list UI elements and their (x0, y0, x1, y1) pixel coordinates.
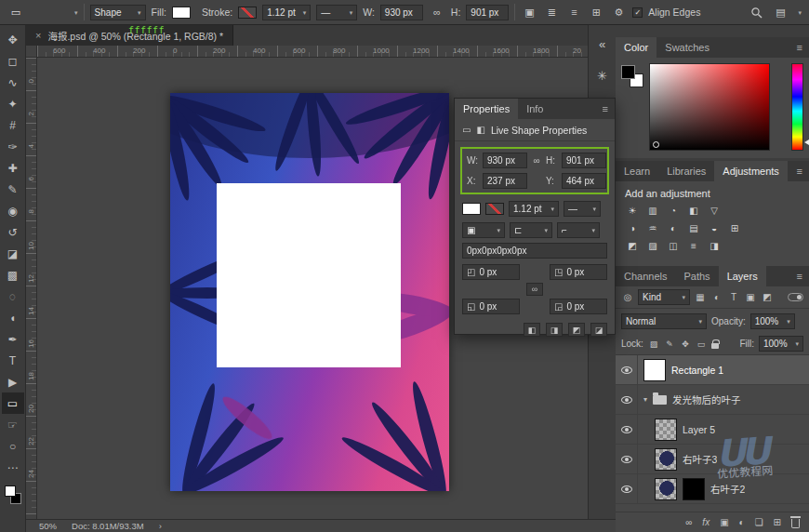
path-arrangement-icon[interactable]: ≡ (565, 4, 582, 20)
zoom-tool-button[interactable]: ○ (2, 435, 24, 457)
adjustment-icon[interactable]: ◐ (666, 221, 681, 235)
add-mask-icon[interactable]: ▣ (720, 517, 728, 527)
panel-menu-icon[interactable]: ≡ (596, 99, 615, 119)
lock-position-icon[interactable]: ✥ (680, 339, 691, 349)
layer-row[interactable]: 右叶子3 (616, 445, 809, 474)
tab-layers[interactable]: Layers (719, 266, 766, 286)
filter-type-icon[interactable]: ◎ (621, 292, 634, 302)
tab-properties[interactable]: Properties (455, 99, 518, 119)
lock-artboard-icon[interactable]: ▭ (696, 339, 707, 349)
adjustment-icon[interactable]: ▥ (645, 204, 660, 218)
layer-name[interactable]: Layer 5 (683, 424, 715, 435)
pathfinder-button[interactable]: ◩ (568, 323, 585, 337)
type-tool-button[interactable]: T (2, 350, 24, 371)
adjustment-icon[interactable]: ≡ (686, 239, 701, 253)
adjustment-icon[interactable]: ☀ (625, 204, 640, 218)
rectangle-tool-button[interactable]: ▭ (2, 392, 24, 414)
h-input[interactable]: 901 px (562, 153, 606, 168)
quick-selection-tool-button[interactable]: ✦ (2, 93, 24, 114)
adjustment-icon[interactable]: ◨ (707, 239, 722, 253)
filter-type-layer-icon[interactable]: T (727, 292, 740, 302)
foreground-color-swatch[interactable] (621, 65, 635, 79)
horizontal-ruler[interactable]: 600 400 200 0 200 400 600 800 1000 1200 … (37, 46, 588, 58)
opacity-select[interactable]: 100% ▾ (750, 313, 795, 329)
brush-tool-button[interactable]: ✎ (2, 179, 24, 200)
tab-libraries[interactable]: Libraries (658, 161, 714, 181)
panel-menu-icon[interactable]: ≡ (790, 266, 809, 286)
adjustment-icon[interactable]: ▽ (707, 204, 722, 218)
path-alignment-icon[interactable]: ≣ (543, 4, 560, 20)
adjustment-icon[interactable]: ◫ (666, 239, 681, 253)
stroke-caps-select[interactable]: ⊏ ▾ (510, 222, 552, 238)
lasso-tool-button[interactable]: ∿ (2, 72, 24, 93)
link-dimensions-icon[interactable]: ∞ (531, 155, 542, 166)
stroke-style-select[interactable]: — ▾ (564, 201, 601, 217)
edit-toolbar-button[interactable]: ⋯ (2, 457, 24, 478)
stroke-width-select[interactable]: 1.12 pt ▾ (509, 201, 559, 217)
stroke-swatch[interactable] (485, 203, 504, 215)
adjustment-icon[interactable]: ♒ (645, 221, 660, 235)
hand-tool-button[interactable]: ☞ (2, 414, 24, 435)
shape-options-icon[interactable]: ⊞ (588, 4, 604, 20)
close-icon[interactable]: × (35, 30, 41, 41)
visibility-toggle[interactable] (616, 474, 638, 503)
layer-thumbnail[interactable] (655, 478, 677, 500)
zoom-level[interactable]: 50% (39, 521, 57, 531)
filter-pixel-icon[interactable]: ▦ (694, 292, 707, 302)
history-brush-tool-button[interactable]: ↺ (2, 221, 24, 243)
healing-brush-tool-button[interactable]: ✚ (2, 157, 24, 179)
adjustment-icon[interactable]: ◒ (707, 221, 722, 235)
pathfinder-button[interactable]: ◪ (590, 323, 607, 337)
layer-name[interactable]: Rectangle 1 (671, 365, 723, 376)
filter-shape-icon[interactable]: ▣ (744, 292, 757, 302)
tool-mode-select[interactable]: Shape ▾ (90, 5, 146, 20)
link-corners-icon[interactable]: ∞ (526, 283, 543, 296)
gradient-tool-button[interactable]: ▩ (2, 264, 24, 286)
pathfinder-button[interactable]: ◧ (524, 323, 540, 337)
panel-menu-icon[interactable]: ≡ (790, 161, 809, 181)
expand-panels-icon[interactable]: « (593, 34, 612, 53)
filter-smart-object-icon[interactable]: ◩ (761, 292, 774, 302)
adjustment-icon[interactable]: ⊞ (727, 221, 742, 235)
tab-learn[interactable]: Learn (616, 161, 658, 181)
fill-swatch[interactable] (172, 7, 191, 19)
y-input[interactable]: 464 px (562, 173, 606, 189)
stroke-corners-select[interactable]: ⌐ ▾ (557, 222, 600, 238)
search-icon[interactable] (750, 7, 763, 19)
kind-filter-select[interactable]: Kind ▾ (638, 289, 690, 305)
adjustment-layer-icon[interactable]: ◐ (739, 517, 745, 527)
new-layer-icon[interactable]: ⊞ (774, 517, 781, 527)
dash-values-input[interactable]: 0px0px0px0px (462, 243, 607, 259)
move-tool-button[interactable]: ✥ (2, 29, 24, 50)
layer-group-row[interactable]: ▾ 发光物后的叶子 (616, 385, 809, 415)
path-operations-icon[interactable]: ▣ (521, 4, 537, 20)
layer-name[interactable]: 发光物后的叶子 (672, 392, 741, 406)
pen-tool-button[interactable]: ✒ (2, 328, 24, 350)
layer-mask-thumbnail[interactable] (683, 478, 705, 500)
fill-swatch[interactable] (462, 203, 481, 215)
tab-swatches[interactable]: Swatches (656, 37, 718, 58)
pathfinder-button[interactable]: ◨ (546, 323, 563, 337)
path-selection-tool-button[interactable]: ▶ (2, 371, 24, 392)
lock-pixels-icon[interactable]: ✎ (664, 339, 675, 349)
corner-bl-input[interactable]: ◱ 0 px (462, 299, 520, 314)
stroke-width-select[interactable]: 1.12 pt ▾ (262, 5, 311, 20)
corner-tr-input[interactable]: ◳ 0 px (550, 264, 607, 280)
foreground-color-swatch[interactable] (5, 485, 16, 497)
layer-row[interactable]: Rectangle 1 (616, 355, 809, 385)
document-canvas[interactable] (170, 93, 449, 491)
gear-icon[interactable]: ⚙ (610, 4, 627, 20)
foreground-background-swatches[interactable] (621, 65, 643, 87)
corner-tl-input[interactable]: ◰ 0 px (462, 264, 520, 280)
filter-adjustment-icon[interactable]: ◐ (710, 292, 723, 302)
color-cursor[interactable] (653, 141, 659, 148)
status-chevron-icon[interactable]: › (159, 521, 162, 531)
vertical-ruler[interactable]: 0 2 4 6 8 10 12 14 16 18 20 22 24 (26, 58, 37, 519)
adjustment-icon[interactable]: ◩ (625, 239, 640, 253)
stroke-align-select[interactable]: ▣ ▾ (462, 222, 505, 238)
corner-br-input[interactable]: ◲ 0 px (550, 299, 607, 314)
layer-thumbnail[interactable] (655, 419, 677, 441)
layer-row[interactable]: 右叶子2 (616, 474, 809, 504)
adjustment-icon[interactable]: ◑ (625, 221, 640, 235)
delete-layer-icon[interactable] (791, 519, 800, 528)
